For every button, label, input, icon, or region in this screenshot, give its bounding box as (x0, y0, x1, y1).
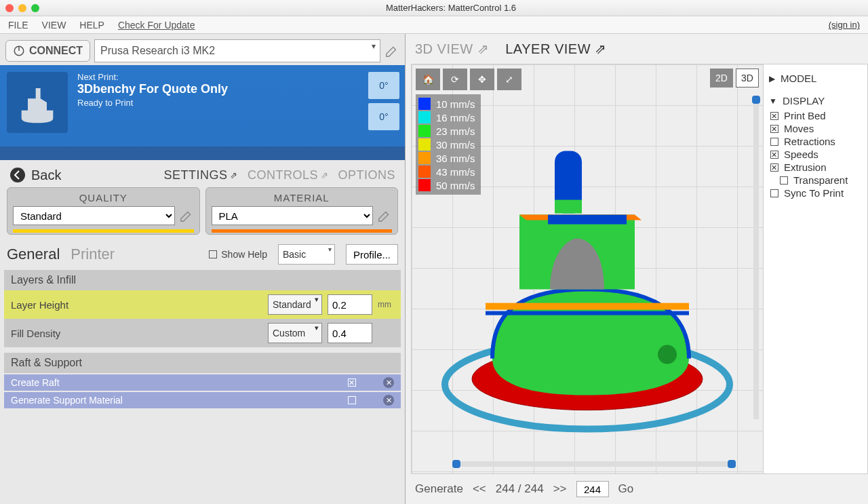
titlebar: MatterHackers: MatterControl 1.6 (0, 0, 868, 16)
label-fill-density: Fill Density (11, 328, 262, 339)
popout-icon: ⇗ (477, 41, 490, 57)
slider-thumb-icon[interactable] (752, 96, 760, 104)
tab-3d-view[interactable]: 3D VIEW ⇗ (415, 41, 489, 57)
quality-select[interactable]: Standard (13, 206, 175, 225)
window-title: MatterHackers: MatterControl 1.6 (39, 3, 863, 13)
tab-controls[interactable]: CONTROLS ⇗ (248, 168, 329, 182)
tab-settings[interactable]: SETTINGS ⇗ (163, 168, 238, 182)
view-2d-button[interactable]: 2D (710, 69, 733, 88)
minimize-window-icon[interactable] (18, 4, 26, 12)
quality-panel: QUALITY Standard (7, 187, 200, 235)
material-select[interactable]: PLA (212, 206, 374, 225)
opt-extrusion[interactable]: Extrusion (770, 161, 862, 174)
model-section-toggle[interactable]: ▶MODEL (769, 70, 862, 87)
right-panel: 3D VIEW ⇗ LAYER VIEW ⇗ 🏠 ⟳ ✥ ⤢ 2D 3D 10 … (406, 34, 868, 504)
progress-bar (0, 147, 405, 160)
generate-bar: Generate << 244 / 244 >> Go (406, 474, 868, 504)
connect-button[interactable]: CONNECT (5, 40, 90, 62)
next-layer-button[interactable]: >> (553, 482, 567, 496)
checkbox-icon (209, 250, 217, 258)
popout-icon: ⇗ (230, 170, 238, 180)
rotate-view-icon[interactable]: ⟳ (443, 69, 467, 90)
opt-print-bed[interactable]: Print Bed (770, 109, 862, 122)
tab-printer[interactable]: Printer (71, 246, 115, 263)
hotend-temp[interactable]: 0° (368, 72, 399, 99)
svg-point-2 (10, 168, 25, 182)
reset-generate-support-icon[interactable]: ✕ (383, 395, 394, 406)
opt-moves[interactable]: Moves (770, 122, 862, 135)
tab-options[interactable]: OPTIONS (338, 168, 395, 182)
tab-general[interactable]: General (7, 246, 60, 263)
menu-check-update[interactable]: Check For Update (118, 20, 195, 31)
bed-temp[interactable]: 0° (368, 103, 399, 130)
go-button[interactable]: Go (618, 482, 634, 496)
layer-height-input[interactable] (328, 294, 372, 315)
checkbox-icon (770, 125, 778, 133)
show-help-toggle[interactable]: Show Help (209, 249, 267, 260)
slider-thumb-right-icon[interactable] (728, 460, 736, 468)
opt-transparent[interactable]: Transparent (770, 174, 862, 187)
svg-rect-7 (548, 214, 627, 224)
section-raft-support: Raft & Support (4, 353, 401, 373)
layer-input[interactable] (576, 481, 609, 497)
label-generate-support: Generate Support Material (11, 395, 123, 406)
row-layer-height: Layer Height Standard mm (4, 290, 401, 319)
create-raft-checkbox[interactable] (348, 379, 356, 387)
home-view-icon[interactable]: 🏠 (416, 69, 440, 90)
checkbox-icon (770, 189, 778, 197)
sign-in-link[interactable]: (sign in) (829, 20, 860, 30)
profile-button[interactable]: Profile... (346, 244, 398, 265)
tab-layer-view[interactable]: LAYER VIEW ⇗ (505, 41, 606, 57)
row-generate-support: Generate Support Material ✕ (4, 392, 401, 408)
printer-select[interactable]: Prusa Research i3 MK2 (94, 39, 380, 62)
menu-view[interactable]: VIEW (42, 20, 66, 31)
layer-height-preset[interactable]: Standard (268, 294, 322, 315)
checkbox-icon (770, 112, 778, 120)
section-layers-infill: Layers & Infill (4, 270, 401, 290)
popout-icon: ⇗ (595, 41, 607, 57)
edit-quality-icon[interactable] (179, 208, 194, 223)
checkbox-icon (770, 163, 778, 172)
label-create-raft: Create Raft (11, 377, 60, 388)
row-create-raft: Create Raft ✕ (4, 374, 401, 391)
layer-vertical-slider[interactable] (753, 96, 759, 419)
generate-support-checkbox[interactable] (348, 396, 356, 404)
view-3d-button[interactable]: 3D (736, 69, 759, 88)
checkbox-icon (770, 151, 778, 159)
legend-swatch-icon (418, 111, 431, 123)
back-button[interactable]: Back (9, 167, 61, 183)
edit-printer-icon[interactable] (384, 43, 399, 58)
maximize-window-icon[interactable] (31, 4, 39, 12)
svg-rect-5 (486, 303, 689, 309)
edit-material-icon[interactable] (377, 208, 392, 223)
opt-speeds[interactable]: Speeds (770, 148, 862, 161)
prev-layer-button[interactable]: << (473, 482, 486, 496)
fill-density-input[interactable] (328, 323, 372, 343)
window-traffic-lights (5, 4, 39, 12)
reset-create-raft-icon[interactable]: ✕ (383, 377, 394, 388)
menu-help[interactable]: HELP (79, 20, 104, 31)
fill-density-preset[interactable]: Custom (268, 323, 322, 343)
display-section-toggle[interactable]: ▼DISPLAY (769, 92, 862, 109)
detail-level-select[interactable]: Basic (278, 244, 335, 265)
viewport-canvas[interactable]: 🏠 ⟳ ✥ ⤢ 2D 3D 10 mm/s16 mm/s23 mm/s30 mm… (412, 64, 763, 473)
zoom-view-icon[interactable]: ⤢ (497, 69, 521, 90)
material-panel: MATERIAL PLA (205, 187, 399, 235)
legend-label: 10 mm/s (436, 98, 475, 110)
menu-file[interactable]: FILE (8, 20, 28, 31)
row-fill-density: Fill Density Custom (4, 319, 401, 347)
opt-sync-to-print[interactable]: Sync To Print (770, 187, 862, 199)
layer-horizontal-slider[interactable] (452, 461, 736, 467)
slider-thumb-left-icon[interactable] (452, 460, 460, 468)
pan-view-icon[interactable]: ✥ (470, 69, 494, 90)
connect-label: CONNECT (29, 45, 83, 57)
close-window-icon[interactable] (5, 4, 14, 12)
generate-button[interactable]: Generate (415, 482, 463, 496)
legend-swatch-icon (418, 166, 431, 178)
back-label: Back (31, 168, 61, 183)
opt-retractions[interactable]: Retractions (770, 135, 862, 148)
next-print-status: Ready to Print (77, 98, 368, 108)
checkbox-icon (780, 176, 788, 185)
svg-point-10 (658, 345, 677, 364)
legend-swatch-icon (418, 152, 431, 164)
